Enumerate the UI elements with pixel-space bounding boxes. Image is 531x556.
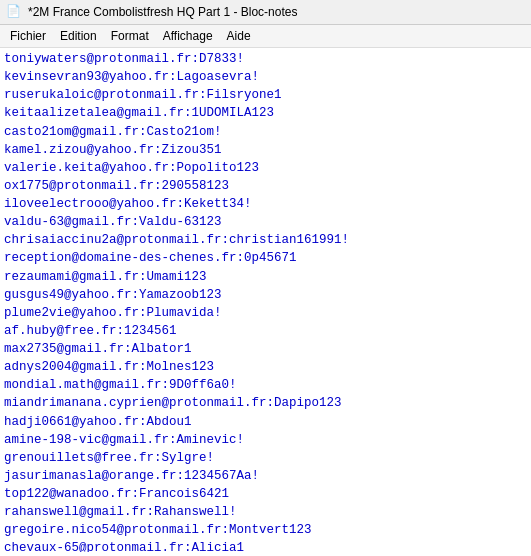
list-item: kevinsevran93@yahoo.fr:Lagoasevra! [4, 68, 527, 86]
list-item: keitaalizetalea@gmail.fr:1UDOMILA123 [4, 104, 527, 122]
menu-aide[interactable]: Aide [221, 27, 257, 45]
title-bar-icon: 📄 [6, 4, 22, 20]
list-item: af.huby@free.fr:1234561 [4, 322, 527, 340]
list-item: adnys2004@gmail.fr:Molnes123 [4, 358, 527, 376]
content-area: toniywaters@protonmail.fr:D7833!kevinsev… [0, 48, 531, 552]
menu-format[interactable]: Format [105, 27, 155, 45]
list-item: max2735@gmail.fr:Albator1 [4, 340, 527, 358]
list-item: gregoire.nico54@protonmail.fr:Montvert12… [4, 521, 527, 539]
list-item: rahanswell@gmail.fr:Rahanswell! [4, 503, 527, 521]
menu-affichage[interactable]: Affichage [157, 27, 219, 45]
list-item: mondial.math@gmail.fr:9D0ff6a0! [4, 376, 527, 394]
menu-fichier[interactable]: Fichier [4, 27, 52, 45]
list-item: gusgus49@yahoo.fr:Yamazoob123 [4, 286, 527, 304]
list-item: toniywaters@protonmail.fr:D7833! [4, 50, 527, 68]
list-item: top122@wanadoo.fr:Francois6421 [4, 485, 527, 503]
list-item: hadji0661@yahoo.fr:Abdou1 [4, 413, 527, 431]
list-item: chevaux-65@protonmail.fr:Alicia1 [4, 539, 527, 552]
title-bar: 📄 *2M France Combolistfresh HQ Part 1 - … [0, 0, 531, 25]
list-item: miandrimanana.cyprien@protonmail.fr:Dapi… [4, 394, 527, 412]
list-item: ruserukaloic@protonmail.fr:Filsryone1 [4, 86, 527, 104]
menu-bar: Fichier Edition Format Affichage Aide [0, 25, 531, 48]
list-item: valdu-63@gmail.fr:Valdu-63123 [4, 213, 527, 231]
list-item: iloveelectrooo@yahoo.fr:Kekett34! [4, 195, 527, 213]
list-item: jasurimanasla@orange.fr:1234567Aa! [4, 467, 527, 485]
list-item: kamel.zizou@yahoo.fr:Zizou351 [4, 141, 527, 159]
list-item: plume2vie@yahoo.fr:Plumavida! [4, 304, 527, 322]
menu-edition[interactable]: Edition [54, 27, 103, 45]
list-item: valerie.keita@yahoo.fr:Popolito123 [4, 159, 527, 177]
list-item: rezaumami@gmail.fr:Umami123 [4, 268, 527, 286]
list-item: chrisaiaccinu2a@protonmail.fr:christian1… [4, 231, 527, 249]
list-item: grenouillets@free.fr:Sylgre! [4, 449, 527, 467]
list-item: amine-198-vic@gmail.fr:Aminevic! [4, 431, 527, 449]
list-item: reception@domaine-des-chenes.fr:0p45671 [4, 249, 527, 267]
list-item: ox1775@protonmail.fr:290558123 [4, 177, 527, 195]
title-text: *2M France Combolistfresh HQ Part 1 - Bl… [28, 5, 297, 19]
list-item: casto21om@gmail.fr:Casto21om! [4, 123, 527, 141]
